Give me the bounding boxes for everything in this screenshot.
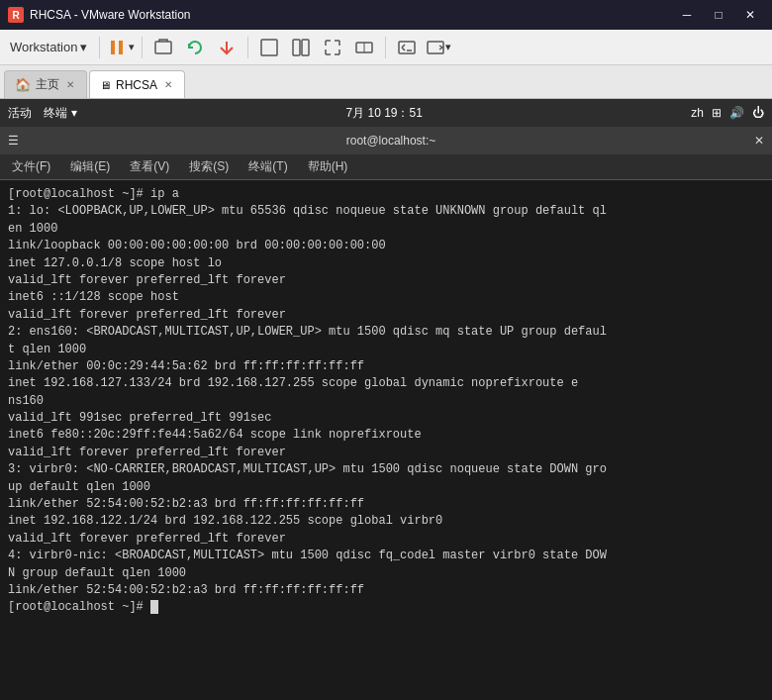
minimize-button[interactable]: ─: [673, 5, 701, 25]
terminal-line: N group default qlen 1000: [8, 565, 764, 582]
terminal-line: link/ether 52:54:00:52:b2:a3 brd ff:ff:f…: [8, 496, 764, 513]
close-button[interactable]: ✕: [736, 5, 764, 25]
terminal-line: valid_lft forever preferred_lft forever: [8, 307, 764, 324]
workstation-label: Workstation: [10, 40, 77, 54]
normal-view-icon: [259, 38, 279, 57]
svg-rect-5: [302, 40, 309, 55]
terminal-line: 4: virbr0-nic: <BROADCAST,MULTICAST> mtu…: [8, 548, 764, 564]
pause-button[interactable]: ▾: [106, 34, 136, 61]
normal-view-button[interactable]: [254, 34, 284, 61]
terminal-title: root@localhost:~: [346, 134, 436, 148]
terminal-line: 3: virbr0: <NO-CARRIER,BROADCAST,MULTICA…: [8, 461, 764, 478]
view-toggle-icon: [426, 38, 445, 57]
svg-rect-1: [119, 41, 123, 54]
terminal-line: inet 127.0.0.1/8 scope host lo: [8, 255, 764, 272]
snapshot-icon: [153, 38, 173, 57]
terminal-line: link/ether 00:0c:29:44:5a:62 brd ff:ff:f…: [8, 358, 764, 375]
split-view-icon: [291, 38, 311, 57]
svg-rect-2: [155, 42, 171, 53]
tab-rhcsa-label: RHCSA: [116, 78, 157, 92]
power-icon[interactable]: ⏻: [752, 106, 764, 120]
terminal-line: link/ether 52:54:00:52:b2:a3 brd ff:ff:f…: [8, 582, 764, 599]
view-toggle-button[interactable]: ▾: [424, 34, 453, 61]
terminal-line: valid_lft forever preferred_lft forever: [8, 531, 764, 548]
send-back-button[interactable]: [212, 34, 241, 61]
activities-button[interactable]: 活动: [8, 105, 32, 122]
tab-rhcsa[interactable]: 🖥 RHCSA ✕: [89, 70, 185, 98]
toolbar-separator-4: [385, 37, 386, 58]
pause-dropdown: ▾: [129, 41, 135, 53]
terminal-line: inet 192.168.122.1/24 brd 192.168.122.25…: [8, 513, 764, 530]
app-icon: R: [8, 7, 24, 23]
terminal-edit-menu[interactable]: 编辑(E): [66, 156, 114, 177]
tabs-row: 🏠 主页 ✕ 🖥 RHCSA ✕: [0, 65, 772, 99]
terminal-line: [root@localhost ~]#: [8, 599, 764, 616]
tab-home-close[interactable]: ✕: [64, 78, 76, 91]
tab-home[interactable]: 🏠 主页 ✕: [4, 70, 87, 98]
terminal-line: t qlen 1000: [8, 342, 764, 358]
home-icon: 🏠: [15, 77, 31, 92]
terminal-terminal-menu[interactable]: 终端(T): [244, 156, 291, 177]
toolbar-separator-1: [99, 37, 100, 58]
terminal-line: inet6 ::1/128 scope host: [8, 289, 764, 306]
view-dropdown: ▾: [445, 41, 451, 53]
tab-home-label: 主页: [36, 76, 59, 93]
language-indicator[interactable]: zh: [691, 106, 704, 120]
toolbar-separator-3: [247, 37, 248, 58]
terminal-line: valid_lft forever preferred_lft forever: [8, 272, 764, 289]
window-title: RHCSA - VMware Workstation: [30, 8, 191, 22]
volume-icon[interactable]: 🔊: [729, 106, 744, 120]
terminal-menu-button[interactable]: 终端 ▾: [44, 105, 77, 122]
title-bar: R RHCSA - VMware Workstation ─ □ ✕: [0, 0, 772, 30]
terminal-file-menu[interactable]: 文件(F): [8, 156, 54, 177]
revert-icon: [185, 38, 205, 57]
tab-rhcsa-close[interactable]: ✕: [162, 78, 174, 91]
fullscreen-button[interactable]: [318, 34, 347, 61]
vmware-toolbar: Workstation ▾ ▾: [0, 30, 772, 65]
terminal-close-btn[interactable]: ✕: [754, 134, 764, 148]
terminal-view-menu[interactable]: 查看(V): [126, 156, 173, 177]
maximize-button[interactable]: □: [705, 5, 732, 25]
unity-button[interactable]: [349, 34, 379, 61]
terminal-line: ns160: [8, 393, 764, 410]
terminal-line: inet 192.168.127.133/24 brd 192.168.127.…: [8, 375, 764, 392]
toolbar-separator-2: [142, 37, 143, 58]
terminal-line: [root@localhost ~]# ip a: [8, 186, 764, 203]
pause-icon: [107, 38, 127, 57]
terminal-line: en 1000: [8, 221, 764, 238]
send-back-icon: [217, 38, 237, 57]
workstation-dropdown-icon: ▾: [80, 40, 87, 54]
terminal-cursor: [150, 600, 158, 614]
fullscreen-icon: [323, 38, 342, 57]
svg-rect-3: [261, 40, 277, 55]
terminal-help-menu[interactable]: 帮助(H): [304, 156, 352, 177]
svg-rect-4: [293, 40, 300, 55]
svg-rect-8: [399, 42, 415, 53]
terminal-content[interactable]: [root@localhost ~]# ip a1: lo: <LOOPBACK…: [0, 180, 772, 700]
terminal-search-menu[interactable]: 搜索(S): [185, 156, 233, 177]
terminal-line: 2: ens160: <BROADCAST,MULTICAST,UP,LOWER…: [8, 324, 764, 341]
terminal-line: valid_lft forever preferred_lft forever: [8, 445, 764, 461]
datetime-display: 7月 10 19：51: [345, 106, 422, 120]
snapshot-button[interactable]: [148, 34, 178, 61]
unity-icon: [354, 38, 374, 57]
split-view-button[interactable]: [286, 34, 316, 61]
terminal-menu-label: 终端: [44, 105, 67, 122]
terminal-menu-icon: ☰: [8, 134, 28, 148]
revert-button[interactable]: [180, 34, 210, 61]
svg-rect-0: [111, 41, 115, 54]
console-button[interactable]: [392, 34, 422, 61]
vm-icon: 🖥: [100, 79, 111, 91]
terminal-line: inet6 fe80::20c:29ff:fe44:5a62/64 scope …: [8, 427, 764, 444]
terminal-line: link/loopback 00:00:00:00:00:00 brd 00:0…: [8, 238, 764, 254]
svg-rect-10: [428, 42, 443, 53]
terminal-dropdown-icon: ▾: [71, 106, 77, 120]
workstation-menu[interactable]: Workstation ▾: [4, 36, 93, 58]
terminal-window: ☰ root@localhost:~ ✕ 文件(F) 编辑(E) 查看(V) 搜…: [0, 127, 772, 700]
terminal-line: 1: lo: <LOOPBACK,UP,LOWER_UP> mtu 65536 …: [8, 203, 764, 220]
terminal-line: up default qlen 1000: [8, 479, 764, 496]
vm-content: 活动 终端 ▾ 7月 10 19：51 zh ⊞ 🔊 ⏻ ☰ root@loca…: [0, 99, 772, 700]
guest-top-bar: 活动 终端 ▾ 7月 10 19：51 zh ⊞ 🔊 ⏻: [0, 99, 772, 127]
network-status-icon: ⊞: [712, 106, 722, 120]
console-icon: [397, 38, 417, 57]
